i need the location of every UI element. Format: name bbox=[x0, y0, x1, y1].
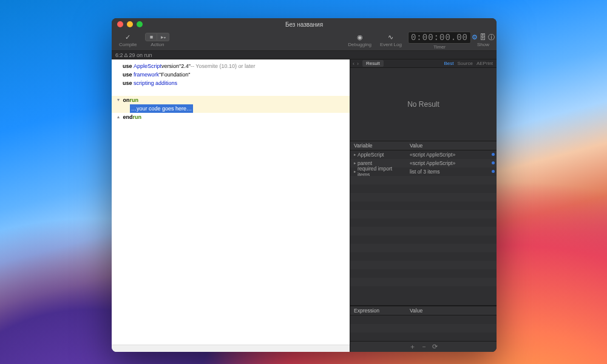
expressions-table: Expression Value bbox=[350, 305, 497, 341]
result-tab[interactable]: Result bbox=[362, 60, 384, 67]
table-row[interactable]: ▸required import itemslist of 3 items bbox=[350, 167, 497, 176]
expressions-body[interactable] bbox=[350, 315, 497, 341]
eventlog-button[interactable]: ∿ Event Log bbox=[378, 32, 404, 49]
editor-pane: use AppleScript version "2.4" -- Yosemit… bbox=[112, 59, 350, 352]
timer-display: 0:00:00.00 Timer bbox=[408, 32, 471, 50]
format-best[interactable]: Best bbox=[444, 61, 454, 66]
variables-body[interactable]: ▸AppleScript«script AppleScript» ▸parent… bbox=[350, 150, 497, 305]
show-button[interactable]: ⚙ 🗄 ⓘ Show bbox=[475, 32, 492, 49]
action-button[interactable]: ■ ▸▾ Action bbox=[143, 32, 172, 49]
no-result-label: No Result bbox=[407, 100, 439, 109]
gauge-icon: ◉ bbox=[354, 33, 365, 41]
nav-back-icon[interactable]: ‹ bbox=[353, 61, 354, 67]
remove-button[interactable]: － bbox=[421, 342, 427, 351]
script-debugger-window: Без названия ✓ Compile ■ ▸▾ Action ◉ Deb… bbox=[112, 18, 497, 352]
timer-value: 0:00:00.00 bbox=[408, 32, 471, 44]
chevron-right-icon[interactable]: ▸ bbox=[354, 169, 356, 174]
table-row[interactable]: ▸AppleScript«script AppleScript» bbox=[350, 150, 497, 159]
chevron-right-icon[interactable]: ▸ bbox=[354, 152, 356, 157]
briefcase-icon: 🗄 bbox=[480, 33, 486, 41]
code-placeholder[interactable]: …your code goes here… bbox=[130, 104, 193, 113]
checkmark-icon: ✓ bbox=[123, 33, 134, 41]
status-dot bbox=[492, 161, 495, 164]
play-icon[interactable]: ▸▾ bbox=[157, 33, 169, 41]
status-dot bbox=[492, 170, 495, 173]
compile-button[interactable]: ✓ Compile bbox=[117, 32, 139, 49]
horizontal-scrollbar[interactable] bbox=[112, 345, 350, 352]
result-view: No Result bbox=[350, 68, 497, 141]
refresh-button[interactable]: ⟳ bbox=[432, 343, 438, 351]
variables-table: Variable Value ▸AppleScript«script Apple… bbox=[350, 141, 497, 305]
add-button[interactable]: ＋ bbox=[409, 342, 416, 351]
chevron-right-icon[interactable]: ▸ bbox=[354, 161, 356, 166]
toolbar: ✓ Compile ■ ▸▾ Action ◉ Debugging ∿ Even… bbox=[112, 30, 497, 51]
cursor-position: 6:2 Δ 29 on run bbox=[115, 52, 152, 58]
result-tabbar: ‹ › Result Best Source AEPrint bbox=[350, 59, 497, 68]
format-source[interactable]: Source bbox=[458, 61, 473, 66]
stop-icon[interactable]: ■ bbox=[145, 33, 157, 41]
expressions-header: Expression Value bbox=[350, 306, 497, 315]
gears-icon: ⚙ bbox=[472, 33, 478, 41]
debugging-button[interactable]: ◉ Debugging bbox=[345, 32, 374, 49]
nav-forward-icon[interactable]: › bbox=[357, 61, 359, 67]
status-bar: 6:2 Δ 29 on run bbox=[112, 51, 497, 59]
inspector-pane: ‹ › Result Best Source AEPrint No Result… bbox=[350, 59, 497, 352]
variables-header: Variable Value bbox=[350, 141, 497, 150]
status-dot bbox=[492, 153, 495, 156]
code-editor[interactable]: use AppleScript version "2.4" -- Yosemit… bbox=[112, 59, 350, 345]
pulse-icon: ∿ bbox=[385, 33, 396, 41]
info-icon: ⓘ bbox=[488, 33, 495, 42]
inspector-bottombar: ＋ － ⟳ bbox=[350, 341, 497, 352]
fold-down-icon[interactable]: ▾ bbox=[115, 96, 121, 104]
titlebar[interactable]: Без названия bbox=[112, 18, 497, 30]
fold-up-icon[interactable]: ▴ bbox=[115, 113, 121, 121]
format-aeprint[interactable]: AEPrint bbox=[476, 61, 493, 66]
window-title: Без названия bbox=[112, 21, 497, 28]
